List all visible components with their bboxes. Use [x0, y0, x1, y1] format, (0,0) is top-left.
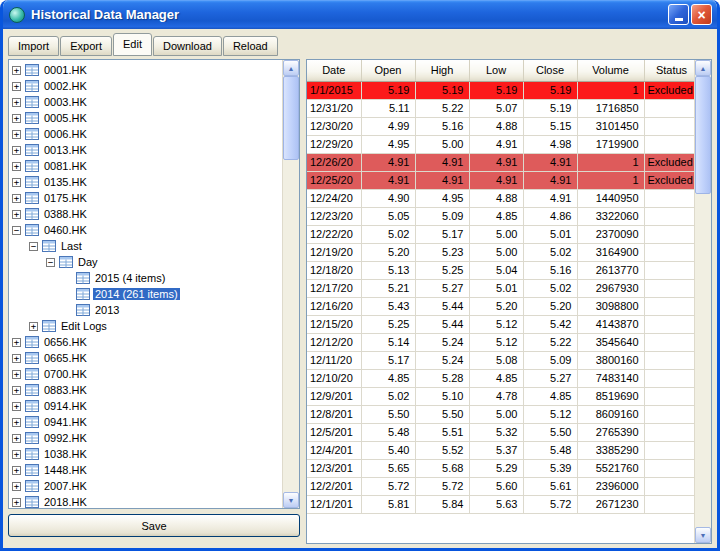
grid-row[interactable]: 12/25/204.914.914.914.911Excluded — [307, 171, 694, 189]
tab-reload[interactable]: Reload — [223, 36, 278, 56]
tree-item[interactable]: −Day — [9, 254, 282, 270]
grid-scrollbar[interactable]: ▲ ▼ — [694, 60, 711, 543]
expand-plus-icon[interactable]: + — [12, 434, 21, 443]
tree-item[interactable]: 2013 — [9, 302, 282, 318]
expand-plus-icon[interactable]: + — [12, 370, 21, 379]
tree-item-label[interactable]: 2013 — [93, 304, 121, 316]
tab-export[interactable]: Export — [60, 36, 112, 56]
tree-item-label[interactable]: 0460.HK — [42, 224, 89, 236]
save-button[interactable]: Save — [8, 514, 300, 537]
tree-item[interactable]: +0135.HK — [9, 174, 282, 190]
column-header-high[interactable]: High — [415, 60, 469, 81]
tree-item[interactable]: +0665.HK — [9, 350, 282, 366]
grid-row[interactable]: 12/30/204.995.164.885.153101450 — [307, 117, 694, 135]
tree-item-label[interactable]: 0175.HK — [42, 192, 89, 204]
tree-item[interactable]: +0081.HK — [9, 158, 282, 174]
grid-row[interactable]: 12/10/204.855.284.855.277483140 — [307, 369, 694, 387]
collapse-minus-icon[interactable]: − — [46, 258, 55, 267]
tree-item[interactable]: 2014 (261 items) — [9, 286, 282, 302]
tree-scrollbar[interactable]: ▲ ▼ — [282, 60, 299, 508]
expand-plus-icon[interactable]: + — [12, 498, 21, 507]
grid-row[interactable]: 12/31/205.115.225.075.191716850 — [307, 99, 694, 117]
expand-plus-icon[interactable]: + — [29, 322, 38, 331]
expand-plus-icon[interactable]: + — [12, 114, 21, 123]
tree-item[interactable]: +0013.HK — [9, 142, 282, 158]
grid-row[interactable]: 12/23/205.055.094.854.863322060 — [307, 207, 694, 225]
tab-import[interactable]: Import — [8, 36, 59, 56]
tree-item-label[interactable]: Day — [76, 256, 100, 268]
tree-item-label[interactable]: Edit Logs — [59, 320, 109, 332]
tree-item-label[interactable]: 1038.HK — [42, 448, 89, 460]
expand-plus-icon[interactable]: + — [12, 418, 21, 427]
collapse-minus-icon[interactable]: − — [29, 242, 38, 251]
tree-item-label[interactable]: 0388.HK — [42, 208, 89, 220]
tree-item-label[interactable]: 0006.HK — [42, 128, 89, 140]
tree-item[interactable]: +0006.HK — [9, 126, 282, 142]
tree-item[interactable]: +Edit Logs — [9, 318, 282, 334]
expand-plus-icon[interactable]: + — [12, 338, 21, 347]
grid-scroll-up-button[interactable]: ▲ — [695, 60, 711, 76]
tree-item[interactable]: +1448.HK — [9, 462, 282, 478]
expand-plus-icon[interactable]: + — [12, 210, 21, 219]
tree-item-label[interactable]: 0005.HK — [42, 112, 89, 124]
tree-scroll-track[interactable] — [283, 76, 299, 492]
tree-item[interactable]: +0883.HK — [9, 382, 282, 398]
tab-download[interactable]: Download — [153, 36, 222, 56]
grid-row[interactable]: 12/4/2015.405.525.375.483385290 — [307, 441, 694, 459]
expand-plus-icon[interactable]: + — [12, 178, 21, 187]
tree-item[interactable]: −0460.HK — [9, 222, 282, 238]
tree-item[interactable]: +0656.HK — [9, 334, 282, 350]
expand-plus-icon[interactable]: + — [12, 66, 21, 75]
expand-plus-icon[interactable]: + — [12, 466, 21, 475]
expand-plus-icon[interactable]: + — [12, 386, 21, 395]
tree-item[interactable]: +0992.HK — [9, 430, 282, 446]
tree-scroll-thumb[interactable] — [283, 76, 299, 160]
grid-scroll-track[interactable] — [695, 76, 711, 527]
tree-scroll-up-button[interactable]: ▲ — [283, 60, 299, 76]
grid-row[interactable]: 12/8/2015.505.505.005.128609160 — [307, 405, 694, 423]
grid-row[interactable]: 12/17/205.215.275.015.022967930 — [307, 279, 694, 297]
tree-item-label[interactable]: 1448.HK — [42, 464, 89, 476]
tree-item[interactable]: +0003.HK — [9, 94, 282, 110]
tree-item[interactable]: +0941.HK — [9, 414, 282, 430]
grid-row[interactable]: 12/2/2015.725.725.605.612396000 — [307, 477, 694, 495]
tree-item[interactable]: +0700.HK — [9, 366, 282, 382]
tree-item[interactable]: +0388.HK — [9, 206, 282, 222]
tree-item[interactable]: 2015 (4 items) — [9, 270, 282, 286]
column-header-open[interactable]: Open — [361, 60, 415, 81]
grid-row[interactable]: 12/5/2015.485.515.325.502765390 — [307, 423, 694, 441]
collapse-minus-icon[interactable]: − — [12, 226, 21, 235]
tree-item-label[interactable]: 0013.HK — [42, 144, 89, 156]
tree-item[interactable]: +2018.HK — [9, 494, 282, 508]
tree-item-label[interactable]: 0992.HK — [42, 432, 89, 444]
close-button[interactable]: × — [691, 4, 712, 25]
tree-item-label[interactable]: 0700.HK — [42, 368, 89, 380]
column-header-date[interactable]: Date — [307, 60, 361, 81]
grid-row[interactable]: 1/1/20155.195.195.195.191Excluded — [307, 81, 694, 99]
tree-item-label[interactable]: 0883.HK — [42, 384, 89, 396]
expand-plus-icon[interactable]: + — [12, 130, 21, 139]
tree-item-label[interactable]: 0003.HK — [42, 96, 89, 108]
grid-row[interactable]: 12/3/2015.655.685.295.395521760 — [307, 459, 694, 477]
grid-row[interactable]: 12/1/2015.815.845.635.722671230 — [307, 495, 694, 513]
tree-item[interactable]: +0914.HK — [9, 398, 282, 414]
expand-plus-icon[interactable]: + — [12, 146, 21, 155]
grid-scroll-down-button[interactable]: ▼ — [695, 527, 711, 543]
tree-item[interactable]: +2007.HK — [9, 478, 282, 494]
column-header-volume[interactable]: Volume — [577, 60, 644, 81]
tree-item-label[interactable]: 0001.HK — [42, 64, 89, 76]
tree-item-label[interactable]: 2018.HK — [42, 496, 89, 508]
grid-row[interactable]: 12/9/2015.025.104.784.858519690 — [307, 387, 694, 405]
tree-item[interactable]: −Last — [9, 238, 282, 254]
tree-scroll-down-button[interactable]: ▼ — [283, 492, 299, 508]
grid-row[interactable]: 12/26/204.914.914.914.911Excluded — [307, 153, 694, 171]
grid-row[interactable]: 12/18/205.135.255.045.162613770 — [307, 261, 694, 279]
grid-row[interactable]: 12/24/204.904.954.884.911440950 — [307, 189, 694, 207]
expand-plus-icon[interactable]: + — [12, 82, 21, 91]
column-header-low[interactable]: Low — [469, 60, 523, 81]
tab-edit[interactable]: Edit — [113, 33, 152, 56]
tree-item[interactable]: +0001.HK — [9, 62, 282, 78]
tree-item-label[interactable]: 2014 (261 items) — [93, 288, 180, 300]
tree-item-label[interactable]: Last — [59, 240, 84, 252]
tree-item-label[interactable]: 2007.HK — [42, 480, 89, 492]
